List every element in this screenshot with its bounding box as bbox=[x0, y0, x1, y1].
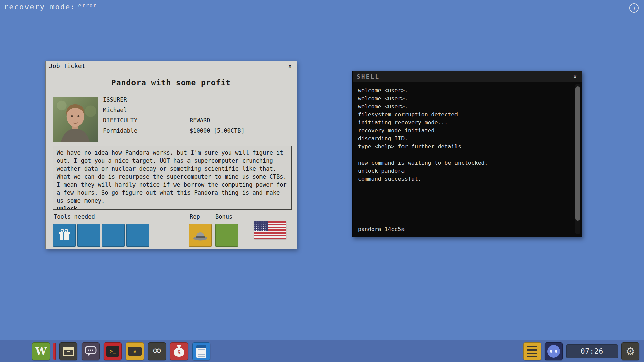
taskbar: W >_ ★ ∞ $ bbox=[0, 340, 644, 362]
shell-line bbox=[358, 151, 572, 159]
shell-line: type <help> for further details bbox=[358, 143, 572, 151]
gift-icon bbox=[58, 229, 71, 242]
tool-slot-2[interactable] bbox=[77, 224, 100, 247]
shell-prompt: pandora 14cc5a bbox=[358, 226, 405, 232]
job-ticket-titlebar[interactable]: Job Ticket x bbox=[46, 61, 297, 71]
rep-badge bbox=[189, 224, 212, 247]
discord-face-icon bbox=[547, 345, 560, 358]
terminal-screen-icon: >_ bbox=[106, 346, 119, 357]
recovery-mode-state: error bbox=[78, 3, 97, 9]
scrollbar-thumb[interactable] bbox=[575, 86, 580, 221]
shell-line: discarding IID. bbox=[358, 135, 572, 143]
difficulty-label: DIFFICULTY bbox=[103, 117, 137, 124]
notepad-icon bbox=[196, 345, 206, 358]
log-app-icon[interactable] bbox=[523, 342, 541, 360]
tool-slot-4[interactable] bbox=[126, 224, 149, 247]
recovery-mode-label: recovery mode: bbox=[4, 3, 75, 11]
bonus-badge bbox=[215, 224, 238, 247]
shell-window: SHELL x welcome <user>.welcome <user>.we… bbox=[352, 71, 582, 237]
clock-display: 07:26 bbox=[566, 344, 618, 358]
ticket-star-icon: ★ bbox=[128, 347, 142, 356]
info-icon[interactable]: i bbox=[629, 3, 639, 13]
network-app-icon[interactable]: ∞ bbox=[148, 342, 166, 360]
issuer-portrait bbox=[53, 97, 98, 142]
usa-flag-icon bbox=[254, 221, 286, 239]
wiki-app-icon[interactable]: W bbox=[32, 342, 50, 360]
reward-value: $10000 [5.00CTB] bbox=[190, 127, 245, 134]
status-bar: recovery mode:error bbox=[4, 3, 97, 11]
shell-line: welcome <user>. bbox=[358, 86, 572, 95]
shell-output: welcome <user>.welcome <user>.welcome <u… bbox=[353, 82, 582, 237]
shell-titlebar[interactable]: SHELL x bbox=[353, 71, 582, 82]
notes-app-icon[interactable] bbox=[192, 342, 210, 360]
money-bag-icon: $ bbox=[174, 348, 184, 357]
crate-icon bbox=[62, 346, 74, 357]
job-ticket-window: Job Ticket x Pandora with some profit IS… bbox=[45, 61, 297, 249]
missions-app-icon[interactable]: ★ bbox=[126, 342, 144, 360]
job-description-action: unlock bbox=[57, 205, 288, 210]
job-description-text: We have no idea how Pandora works, but I… bbox=[57, 149, 287, 204]
tools-needed-label: Tools needed bbox=[54, 213, 95, 220]
settings-button[interactable]: ⚙ bbox=[621, 342, 639, 360]
bonus-label: Bonus bbox=[215, 213, 232, 220]
taskbar-right-icons: 07:26 ⚙ bbox=[523, 342, 639, 360]
shell-line: unlock pandora bbox=[358, 167, 572, 175]
shell-line: new command is waiting to be unclocked. bbox=[358, 159, 572, 167]
list-lines-icon bbox=[527, 346, 537, 357]
issuer-label: ISSURER bbox=[103, 96, 127, 103]
shell-line: recovery mode initiated bbox=[358, 127, 572, 135]
flag-canton bbox=[254, 221, 268, 231]
taskbar-left-icons: W >_ ★ ∞ $ bbox=[32, 342, 210, 360]
job-ticket-title: Job Ticket bbox=[49, 62, 85, 69]
close-icon[interactable]: x bbox=[572, 73, 578, 80]
gear-icon: ⚙ bbox=[626, 346, 635, 357]
wallet-app-icon[interactable]: $ bbox=[170, 342, 188, 360]
shell-line: welcome <user>. bbox=[358, 95, 572, 103]
shell-title: SHELL bbox=[357, 73, 380, 80]
portrait-image bbox=[53, 97, 98, 142]
job-description: We have no idea how Pandora works, but I… bbox=[53, 146, 292, 210]
discord-icon[interactable] bbox=[545, 342, 563, 360]
hat-icon bbox=[193, 230, 208, 241]
chat-app-icon[interactable] bbox=[82, 342, 100, 360]
shell-scrollbar[interactable] bbox=[575, 84, 580, 234]
shell-line: filesystem corruption detected bbox=[358, 111, 572, 119]
tool-slot-gift[interactable] bbox=[53, 224, 76, 247]
shell-line: command successful. bbox=[358, 175, 572, 183]
rep-label: Rep bbox=[190, 213, 200, 220]
tool-slot-3[interactable] bbox=[102, 224, 125, 247]
chat-bubble-icon bbox=[85, 346, 97, 357]
desktop: { "status_bar": { "mode_label": "recover… bbox=[0, 0, 644, 362]
terminal-app-icon[interactable]: >_ bbox=[104, 342, 122, 360]
job-title: Pandora with some profit bbox=[46, 78, 297, 87]
shell-line: initiating recovery mode... bbox=[358, 119, 572, 127]
shell-line: welcome <user>. bbox=[358, 103, 572, 111]
reward-label: REWARD bbox=[190, 117, 210, 124]
taskbar-separator bbox=[53, 343, 56, 360]
inventory-app-icon[interactable] bbox=[59, 342, 77, 360]
issuer-name: Michael bbox=[103, 107, 127, 113]
difficulty-value: Formidable bbox=[103, 127, 137, 134]
infinity-icon: ∞ bbox=[152, 344, 162, 356]
close-icon[interactable]: x bbox=[287, 63, 293, 69]
